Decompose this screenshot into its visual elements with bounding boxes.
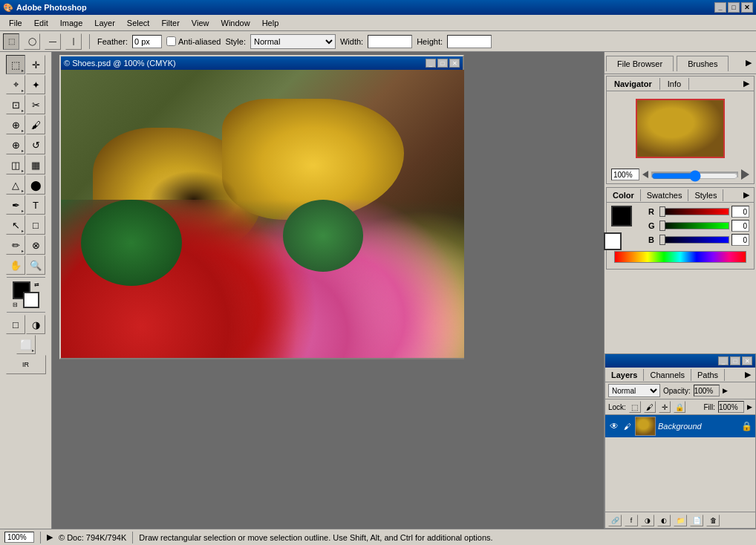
width-input[interactable] [368, 35, 412, 48]
minimize-button[interactable]: _ [714, 2, 726, 13]
brush-tool[interactable]: 🖌 [26, 115, 45, 134]
lock-transparent-btn[interactable]: ⬚ [629, 401, 641, 413]
layers-tab[interactable]: Layers [605, 369, 644, 381]
lasso-tool[interactable]: ⌖▸ [6, 75, 25, 94]
text-tool[interactable]: T [26, 195, 45, 215]
lock-all-btn[interactable]: 🔒 [674, 401, 685, 413]
navigator-menu-icon[interactable]: ▶ [739, 77, 754, 90]
crop-tool[interactable]: ⊡▸ [6, 95, 25, 114]
styles-tab[interactable]: Styles [688, 189, 723, 201]
delete-layer-btn[interactable]: 🗑 [706, 515, 720, 526]
new-layer-btn[interactable]: 📄 [690, 515, 703, 526]
slice-tool[interactable]: ✂ [26, 95, 45, 114]
zoom-out-icon[interactable] [642, 171, 648, 178]
zoom-slider[interactable] [651, 172, 738, 177]
layer-styles-btn[interactable]: f [625, 515, 638, 526]
shape-tool[interactable]: □ [26, 215, 45, 235]
anti-aliased-checkbox[interactable] [166, 36, 176, 46]
swatches-tab[interactable]: Swatches [641, 189, 689, 201]
channels-tab[interactable]: Channels [644, 369, 691, 381]
green-thumb[interactable] [659, 221, 665, 231]
magic-wand-tool[interactable]: ✦ [26, 75, 45, 94]
opacity-arrow[interactable]: ▶ [723, 387, 728, 394]
layer-mask-btn[interactable]: ◑ [641, 515, 654, 526]
menu-image[interactable]: Image [54, 17, 89, 29]
title-bar-controls[interactable]: _ □ ✕ [714, 2, 753, 13]
link-layers-btn[interactable]: 🔗 [608, 515, 622, 526]
red-thumb[interactable] [659, 206, 665, 217]
layers-minimize-btn[interactable]: _ [718, 356, 729, 365]
layers-menu-icon[interactable]: ▶ [740, 368, 755, 381]
lock-position-btn[interactable]: ✛ [659, 401, 671, 413]
layer-visibility-icon[interactable]: 👁 [608, 420, 620, 432]
document-controls[interactable]: _ □ ✕ [426, 59, 460, 68]
navigator-zoom-input[interactable] [611, 169, 639, 180]
paths-tab[interactable]: Paths [691, 369, 725, 381]
swap-colors-icon[interactable]: ⇄ [34, 281, 39, 288]
screen-mode-btn[interactable]: ⬜▸ [16, 335, 36, 354]
eyedropper-tool[interactable]: ⊗ [26, 235, 45, 255]
pen-tool[interactable]: ✒▸ [6, 195, 25, 215]
navigator-tab[interactable]: Navigator [607, 78, 660, 90]
imageready-btn[interactable]: IR [6, 355, 46, 374]
menu-help[interactable]: Help [256, 17, 285, 29]
reset-colors-icon[interactable]: ⊟ [13, 301, 18, 308]
ellip-marquee-tool-btn[interactable]: ◯ [24, 33, 40, 50]
document-canvas[interactable] [61, 70, 464, 358]
menu-view[interactable]: View [186, 17, 215, 29]
menu-select[interactable]: Select [121, 17, 156, 29]
layers-maximize-btn[interactable]: □ [730, 356, 740, 365]
zoom-tool[interactable]: 🔍 [26, 255, 45, 275]
red-slider[interactable] [659, 208, 729, 215]
maximize-button[interactable]: □ [728, 2, 740, 13]
doc-close-btn[interactable]: ✕ [449, 59, 460, 68]
height-input[interactable] [447, 35, 492, 48]
history-tool[interactable]: ↺ [26, 135, 45, 154]
doc-maximize-btn[interactable]: □ [437, 59, 448, 68]
menu-edit[interactable]: Edit [28, 17, 54, 29]
menu-layer[interactable]: Layer [88, 17, 121, 29]
blue-thumb[interactable] [659, 235, 665, 245]
standard-mode-btn[interactable]: □ [6, 315, 25, 334]
clone-tool[interactable]: ⊕▸ [6, 135, 25, 154]
layers-window-controls[interactable]: _ □ ✕ [718, 356, 752, 365]
brushes-tab[interactable]: Brushes [677, 56, 729, 71]
zoom-in-icon[interactable] [741, 169, 749, 180]
panel-menu-icon[interactable]: ▶ [741, 56, 756, 69]
color-spectrum[interactable] [614, 251, 746, 263]
eraser-tool[interactable]: ◫▸ [6, 155, 25, 174]
background-layer-row[interactable]: 👁 🖌 Background 🔒 [605, 415, 755, 437]
quick-mask-btn[interactable]: ◑ [26, 315, 45, 334]
zoom-range[interactable] [651, 173, 738, 179]
color-menu-icon[interactable]: ▶ [739, 189, 754, 201]
heal-tool[interactable]: ⊕▸ [6, 115, 25, 134]
opacity-input[interactable] [694, 385, 720, 396]
rect-marquee-tool-btn[interactable]: ⬚ [3, 33, 19, 50]
single-row-tool-btn[interactable]: — [45, 33, 61, 50]
marquee-tool[interactable]: ⬚▸ [6, 55, 25, 74]
fill-arrow[interactable]: ▶ [747, 403, 752, 411]
blend-mode-select[interactable]: Normal Dissolve Multiply Screen [608, 384, 660, 397]
file-browser-tab[interactable]: File Browser [606, 56, 674, 71]
path-select-tool[interactable]: ↖▸ [6, 215, 25, 235]
green-slider[interactable] [659, 222, 729, 229]
menu-file[interactable]: File [3, 17, 28, 29]
feather-input[interactable] [132, 35, 162, 48]
hand-tool[interactable]: ✋ [6, 255, 25, 275]
close-button[interactable]: ✕ [741, 2, 753, 13]
background-color[interactable] [23, 292, 39, 308]
doc-minimize-btn[interactable]: _ [426, 59, 436, 68]
blue-value[interactable]: 0 [731, 234, 749, 246]
gradient-tool[interactable]: ▦ [26, 155, 45, 174]
red-value[interactable]: 0 [731, 206, 749, 218]
fill-input[interactable] [718, 401, 744, 413]
menu-filter[interactable]: Filter [155, 17, 185, 29]
blue-slider[interactable] [659, 236, 729, 244]
blur-tool[interactable]: △▸ [6, 175, 25, 195]
info-tab[interactable]: Info [660, 78, 689, 90]
notes-tool[interactable]: ✏▸ [6, 235, 25, 255]
move-tool[interactable]: ✛ [26, 55, 45, 74]
menu-window[interactable]: Window [215, 17, 256, 29]
foreground-color-swatch[interactable] [611, 206, 632, 226]
status-zoom-input[interactable] [4, 532, 34, 543]
